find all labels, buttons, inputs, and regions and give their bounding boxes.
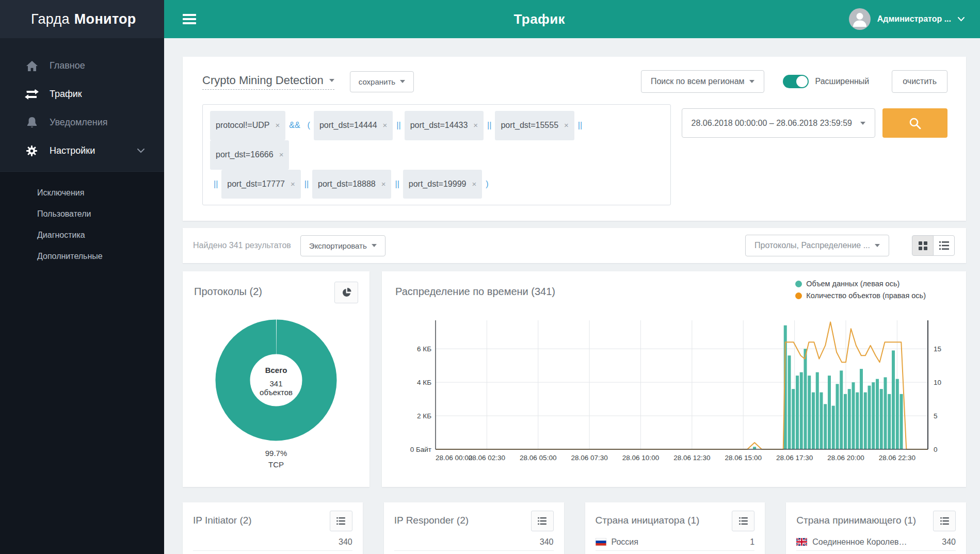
caret-down-icon: [400, 80, 405, 83]
remove-tag-icon[interactable]: ×: [473, 121, 478, 129]
row-value: 1: [750, 537, 754, 547]
protocols-donut-chart[interactable]: Всего 341 объектов: [212, 316, 341, 447]
widgets-label: Протоколы, Распределение ...: [754, 241, 870, 250]
filter-tag[interactable]: port_dst=14433×: [405, 111, 484, 140]
filter-expression[interactable]: protocol!=UDP×&&(port_dst=14444×||port_d…: [202, 104, 671, 205]
export-button[interactable]: Экспортировать: [300, 235, 385, 256]
sidebar-nav: Главное Трафик Уведомления Настройки: [0, 38, 164, 171]
filter-tag-text: port_dst=17777: [227, 180, 285, 188]
hamburger-menu-icon[interactable]: [183, 12, 196, 26]
time-distribution-chart[interactable]: 0 Байт2 КБ4 КБ6 КБ05101528.06 00:0028.06…: [395, 316, 953, 466]
search-icon: [908, 117, 922, 130]
remove-tag-icon[interactable]: ×: [472, 180, 476, 188]
filter-tag[interactable]: port_dst=18888×: [312, 170, 391, 199]
remove-tag-icon[interactable]: ×: [383, 121, 388, 129]
advanced-toggle-group: Расширенный: [783, 75, 870, 88]
filter-operator: ||: [304, 174, 309, 195]
list-view-button[interactable]: [933, 235, 955, 256]
caret-down-icon: [749, 80, 754, 83]
sidebar-item-notifications[interactable]: Уведомления: [0, 108, 164, 137]
grid-view-button[interactable]: [912, 235, 934, 256]
filter-tag[interactable]: port_dst=15555×: [495, 111, 574, 140]
table-row[interactable]: 340: [394, 533, 554, 551]
date-search-group: 28.06.2018 00:00:00 – 28.06.2018 23:59:5…: [682, 108, 947, 138]
svg-text:28.06 17:30: 28.06 17:30: [776, 454, 813, 462]
table-row[interactable]: Россия1: [596, 533, 755, 551]
row-label: Россия: [612, 537, 638, 547]
sidebar-item-main[interactable]: Главное: [0, 52, 164, 80]
table-row[interactable]: 340: [193, 533, 352, 551]
pie-chart-type-button[interactable]: [334, 282, 358, 303]
submenu-item-diagnostics[interactable]: Диагностика: [0, 224, 164, 246]
sidebar-item-settings[interactable]: Настройки: [0, 137, 164, 165]
sidebar-item-traffic[interactable]: Трафик: [0, 80, 164, 108]
gb-flag-icon: [796, 538, 807, 546]
clear-button[interactable]: очистить: [892, 70, 947, 93]
remove-tag-icon[interactable]: ×: [279, 150, 284, 159]
caret-down-icon: [875, 244, 880, 247]
filter-tag[interactable]: port_dst=14444×: [314, 111, 393, 140]
preset-select[interactable]: Crypto Mining Detection: [202, 74, 334, 90]
avatar: [849, 8, 871, 30]
legend-label: Количество объектов (правая ось): [806, 291, 926, 300]
ip-responder-card: IP Responder (2) 3401: [384, 502, 564, 554]
list-icon: [739, 517, 748, 525]
save-button[interactable]: сохранить: [350, 71, 414, 92]
remove-tag-icon[interactable]: ×: [564, 121, 569, 129]
daterange-picker[interactable]: 28.06.2018 00:00:00 – 28.06.2018 23:59:5…: [682, 108, 875, 138]
table-row[interactable]: 1: [394, 551, 554, 554]
filter-tag-text: protocol!=UDP: [216, 121, 270, 129]
svg-text:2 КБ: 2 КБ: [417, 412, 431, 420]
list-widget-button[interactable]: [330, 511, 352, 531]
sidebar: Гарда Монитор Главное Трафик Уведомления: [0, 0, 164, 554]
submenu-item-exclusions[interactable]: Исключения: [0, 182, 164, 203]
search-button[interactable]: [882, 108, 947, 138]
filter-tag[interactable]: port_dst=19999×: [403, 170, 482, 199]
submenu-item-additional[interactable]: Дополнительные: [0, 246, 164, 267]
remove-tag-icon[interactable]: ×: [291, 180, 295, 188]
filter-operator: ||: [395, 174, 399, 195]
time-distribution-card: Распределение по времени (341) Объем дан…: [382, 271, 966, 487]
svg-text:28.06 10:00: 28.06 10:00: [622, 454, 659, 462]
list-icon: [538, 517, 547, 525]
user-name: Администратор ...: [877, 14, 951, 24]
content: Crypto Mining Detection сохранить Поиск …: [164, 38, 980, 554]
svg-text:28.06 07:30: 28.06 07:30: [571, 454, 607, 462]
protocols-card-title: Протоколы (2): [194, 282, 262, 298]
card-title: IP Responder (2): [394, 511, 469, 526]
svg-text:10: 10: [934, 379, 941, 387]
filter-panel: Crypto Mining Detection сохранить Поиск …: [183, 57, 966, 221]
row-label: Соединенное Королев…: [812, 537, 907, 547]
region-select-button[interactable]: Поиск по всем регионам: [641, 70, 764, 93]
legend-label: Объем данных (левая ось): [806, 280, 899, 288]
chart-legend: Объем данных (левая ось)Количество объек…: [795, 280, 926, 303]
user-menu[interactable]: Администратор ...: [849, 8, 965, 30]
advanced-toggle[interactable]: [783, 75, 809, 88]
svg-text:28.06 12:30: 28.06 12:30: [673, 454, 710, 462]
filter-tag[interactable]: protocol!=UDP×: [210, 111, 285, 140]
sidebar-item-label: Уведомления: [50, 117, 108, 128]
list-widget-button[interactable]: [933, 511, 956, 531]
caret-down-icon: [372, 244, 377, 247]
remove-tag-icon[interactable]: ×: [381, 180, 386, 188]
list-widget-button[interactable]: [732, 511, 754, 531]
results-count: Найдено 341 результатов: [193, 241, 291, 250]
legend-item: Количество объектов (правая ось): [795, 291, 926, 300]
responder-country-card: Страна принимающего (1) Соединенное Коро…: [786, 502, 966, 554]
filter-tag[interactable]: port_dst=16666×: [210, 140, 289, 170]
remove-tag-icon[interactable]: ×: [276, 121, 280, 129]
table-row[interactable]: Соединенное Королев…340: [796, 533, 956, 551]
donut-center-top: Всего: [265, 366, 287, 374]
donut-center-value: 341: [269, 379, 282, 388]
submenu-item-users[interactable]: Пользователи: [0, 203, 164, 224]
widgets-select-button[interactable]: Протоколы, Распределение ...: [745, 235, 889, 256]
table-row[interactable]: 1: [193, 551, 352, 554]
list-widget-button[interactable]: [531, 511, 554, 531]
svg-text:4 КБ: 4 КБ: [417, 379, 431, 387]
top-bar: Трафик Администратор ...: [164, 0, 980, 38]
row-value: 340: [339, 537, 352, 547]
card-rows: Соединенное Королев…340: [796, 533, 956, 551]
filter-operator: (: [308, 115, 310, 136]
filter-tag[interactable]: port_dst=17777×: [221, 170, 300, 199]
svg-text:15: 15: [934, 346, 941, 353]
